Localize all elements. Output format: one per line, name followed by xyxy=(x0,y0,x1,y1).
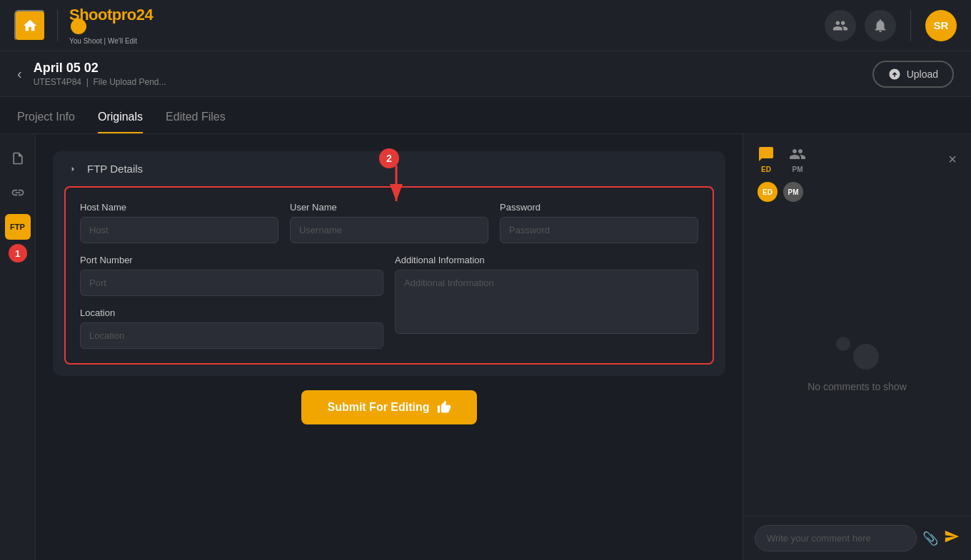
header-icons: SR xyxy=(825,10,957,41)
comment-input-area: 📎 xyxy=(743,516,971,560)
port-label: Port Number xyxy=(80,255,383,265)
back-button[interactable]: ‹ xyxy=(17,66,22,82)
header-divider xyxy=(57,10,58,41)
sidebar-link-icon[interactable] xyxy=(5,180,31,205)
submit-button[interactable]: Submit For Editing xyxy=(301,390,476,424)
tab-edited-files[interactable]: Edited Files xyxy=(166,111,226,133)
attachment-icon[interactable]: 📎 xyxy=(922,531,938,546)
panel-tab-comments[interactable]: ED xyxy=(758,146,775,173)
password-input[interactable] xyxy=(500,217,698,243)
left-sidebar: FTP 1 xyxy=(0,134,36,560)
comment-input[interactable] xyxy=(755,525,917,551)
ftp-header-title: FTP Details xyxy=(87,163,143,175)
user-dot-ed: ED xyxy=(758,182,778,202)
location-field: Location xyxy=(80,307,383,349)
home-button[interactable] xyxy=(14,10,46,41)
location-input[interactable] xyxy=(80,322,383,349)
logo-text: Shootpro24 ™ xyxy=(69,6,153,40)
no-comments-area: No comments to show xyxy=(743,210,971,516)
dot-small xyxy=(836,337,850,351)
user-dot-pm: PM xyxy=(783,182,803,202)
port-input[interactable] xyxy=(80,270,383,296)
project-title: April 05 02 xyxy=(34,61,872,76)
tab-originals[interactable]: Originals xyxy=(98,111,143,133)
avatar-button[interactable]: SR xyxy=(925,10,957,41)
ftp-row1: Host Name User Name Password xyxy=(80,202,698,243)
panel-tabs: ED PM xyxy=(758,146,806,173)
dot-big xyxy=(853,344,879,370)
upload-button[interactable]: Upload xyxy=(872,61,954,88)
ftp-sidebar-wrapper: FTP 1 xyxy=(5,214,31,240)
password-label: Password xyxy=(500,202,698,213)
project-info-block: April 05 02 UTEST4P84 | File Upload Pend… xyxy=(34,61,872,87)
logo-badge: ™ xyxy=(71,19,86,34)
port-field: Port Number xyxy=(80,255,383,296)
user-dots: ED PM xyxy=(743,179,971,210)
password-field: Password xyxy=(500,202,698,243)
sub-header: ‹ April 05 02 UTEST4P84 | File Upload Pe… xyxy=(0,51,971,97)
content-area: 2 FTP Details Host Name xyxy=(36,134,743,560)
additional-info-input[interactable] xyxy=(395,270,698,334)
project-meta: UTEST4P84 | File Upload Pend... xyxy=(34,77,872,87)
panel-tab-ed-label: ED xyxy=(761,166,771,173)
logo-sub: You Shoot | We'll Edit xyxy=(69,37,153,45)
no-comments-illustration xyxy=(836,334,879,370)
host-name-input[interactable] xyxy=(80,217,278,243)
users-button[interactable] xyxy=(825,10,856,41)
right-panel-header: ED PM × xyxy=(743,134,971,179)
host-name-field: Host Name xyxy=(80,202,278,243)
panel-tab-pm-label: PM xyxy=(793,166,803,173)
tab-project-info[interactable]: Project Info xyxy=(17,111,75,133)
right-panel: ED PM × ED PM No comments to show 📎 xyxy=(743,134,971,560)
no-comments-text: No comments to show xyxy=(808,381,907,392)
additional-info-field: Additional Information xyxy=(395,255,698,349)
close-panel-button[interactable]: × xyxy=(948,151,957,168)
ftp-body: Host Name User Name Password xyxy=(64,186,714,365)
header: Shootpro24 ™ You Shoot | We'll Edit SR xyxy=(0,0,971,51)
nav-tabs: Project Info Originals Edited Files xyxy=(0,97,971,134)
port-location-col: Port Number Location xyxy=(80,255,383,349)
host-name-label: Host Name xyxy=(80,202,278,213)
username-label: User Name xyxy=(290,202,488,213)
notifications-button[interactable] xyxy=(865,10,896,41)
ftp-row2: Port Number Location Additional Informat… xyxy=(80,255,698,349)
submit-label: Submit For Editing xyxy=(327,401,429,414)
header-vertical-divider xyxy=(910,10,911,41)
send-button[interactable] xyxy=(944,529,960,548)
username-input[interactable] xyxy=(290,217,488,243)
submit-row: Submit For Editing xyxy=(53,376,725,430)
logo: Shootpro24 ™ You Shoot | We'll Edit xyxy=(69,6,153,45)
sidebar-ftp-icon[interactable]: FTP xyxy=(5,214,31,240)
location-label: Location xyxy=(80,307,383,318)
username-field: User Name xyxy=(290,202,488,243)
panel-tab-team[interactable]: PM xyxy=(789,146,806,173)
ftp-card: FTP Details Host Name User Name Password xyxy=(53,151,725,376)
additional-info-label: Additional Information xyxy=(395,255,698,265)
sidebar-document-icon[interactable] xyxy=(5,146,31,171)
main-layout: FTP 1 2 FTP Details xyxy=(0,134,971,560)
